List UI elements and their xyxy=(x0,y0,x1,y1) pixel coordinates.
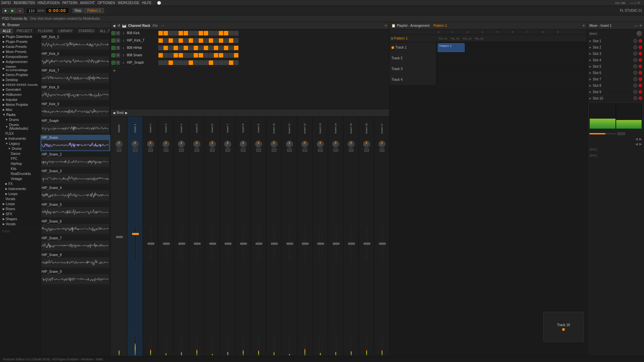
pad-1-1[interactable] xyxy=(163,38,168,43)
mixer-send-5[interactable] xyxy=(195,148,199,152)
pad-2-0[interactable] xyxy=(158,46,163,50)
menu-item-bearbeiten[interactable]: BEARBEITEN xyxy=(14,1,35,5)
pad-1-13[interactable] xyxy=(224,38,228,43)
tree-hiphop[interactable]: HipHop xyxy=(0,161,40,166)
insert-slot-6[interactable]: ▶ Slot 7 xyxy=(587,76,644,82)
insert-nav2-right[interactable]: ▶ xyxy=(639,142,642,146)
mixer-track-9[interactable]: Insert 9 xyxy=(251,117,266,362)
pad-3-1[interactable] xyxy=(163,53,168,58)
mixer-track-3[interactable]: Insert 3 xyxy=(158,117,174,362)
pad-1-9[interactable] xyxy=(204,38,208,43)
mixer-track-14[interactable]: Insert 14 xyxy=(328,117,343,362)
mixer-send-9[interactable] xyxy=(256,148,261,152)
insert-slot-2[interactable]: ▶ Slot 3 xyxy=(587,51,644,57)
mixer-send-15[interactable] xyxy=(349,148,354,152)
pad-1-15[interactable] xyxy=(234,38,238,43)
mixer-knob-10[interactable] xyxy=(271,141,277,147)
mixer-knob-12[interactable] xyxy=(302,141,308,147)
mixer-knob-14[interactable] xyxy=(332,141,339,147)
pad-4-13[interactable] xyxy=(224,60,228,65)
pan-control-2[interactable]: Pa..n1 xyxy=(451,37,460,40)
mixer-track-4[interactable]: Insert 4 xyxy=(174,117,189,362)
insert-minimize[interactable]: — xyxy=(635,24,638,27)
track-label-3[interactable]: Track 3 xyxy=(389,64,436,74)
pad-4-2[interactable] xyxy=(168,60,173,65)
mixer-send-17[interactable] xyxy=(380,148,384,152)
tree-packs[interactable]: ▼ Packs xyxy=(0,112,40,117)
mixer-send-2[interactable] xyxy=(148,148,153,152)
tree-sfx[interactable]: ▶ SFX xyxy=(0,212,40,217)
play-button[interactable]: ▶ xyxy=(9,8,16,13)
tree-aufgenommen[interactable]: ▶ Aufgenommen xyxy=(0,59,40,64)
mixer-track-1[interactable]: Insert 1 xyxy=(127,117,143,362)
tree-meine-projekte[interactable]: ▶ Meine Projekte xyxy=(0,102,40,107)
track-label-4[interactable]: Track 4 xyxy=(389,74,436,85)
ch-solo-1[interactable]: S xyxy=(116,39,120,43)
pad-1-8[interactable] xyxy=(199,38,203,43)
pad-4-12[interactable] xyxy=(219,60,223,65)
file-item-hip-snare-9[interactable]: HIP_Snare_9 xyxy=(40,269,110,286)
menu-item-hinzufuegen[interactable]: HINZUFÜGEN xyxy=(38,1,60,5)
pad-0-14[interactable] xyxy=(229,31,233,36)
pad-1-3[interactable] xyxy=(173,38,178,43)
file-item-hip-kick-6[interactable]: HIP_Kick_6 xyxy=(40,51,110,68)
mixer-send-11[interactable] xyxy=(287,148,292,152)
pad-3-15[interactable] xyxy=(234,53,238,58)
menu-item-optionen[interactable]: OPTIONEN xyxy=(98,1,115,5)
insert-nav2-left[interactable]: ◀ xyxy=(635,142,638,146)
tree-fpc[interactable]: FPC xyxy=(0,156,40,161)
pad-4-7[interactable] xyxy=(194,60,198,65)
insert-slot-0[interactable]: ▶ Slot 1 xyxy=(587,38,644,44)
pad-2-2[interactable] xyxy=(168,46,173,50)
slot-btn-9[interactable] xyxy=(633,96,637,100)
pad-4-14[interactable] xyxy=(229,60,233,65)
tree-kanal-presets[interactable]: ▶ Kanal-Presets xyxy=(0,44,40,49)
fader-handle-1[interactable] xyxy=(132,233,139,235)
pad-1-14[interactable] xyxy=(229,38,233,43)
file-item-hip-snare-6[interactable]: HIP_Snare_6 xyxy=(40,219,110,235)
insert-nav-right[interactable]: ▶ xyxy=(639,137,642,141)
pad-4-6[interactable] xyxy=(189,60,193,65)
mixer-knob-7[interactable] xyxy=(224,141,231,147)
tree-instruments2[interactable]: ▶ Instruments xyxy=(0,186,40,191)
fader-handle-4[interactable] xyxy=(178,243,185,245)
pad-3-6[interactable] xyxy=(189,53,193,58)
pad-3-13[interactable] xyxy=(224,53,228,58)
mixer-knob-3[interactable] xyxy=(163,141,169,147)
track-content-3[interactable] xyxy=(436,64,587,74)
tree-loops-pack[interactable]: ▶ Loops xyxy=(0,191,40,196)
insert-slot-1[interactable]: ▶ Slot 2 xyxy=(587,44,644,51)
pad-1-7[interactable] xyxy=(194,38,198,43)
fader-handle-6[interactable] xyxy=(209,243,216,245)
pad-2-6[interactable] xyxy=(189,46,193,50)
add-channel-button[interactable]: + xyxy=(111,66,389,75)
pad-0-15[interactable] xyxy=(234,31,238,36)
insert-close[interactable]: ✕ xyxy=(639,24,642,27)
slot-btn-3[interactable] xyxy=(633,58,637,62)
fader-handle-16[interactable] xyxy=(364,243,370,245)
slot-btn-4[interactable] xyxy=(633,64,637,68)
fader-handle-15[interactable] xyxy=(348,243,355,245)
file-item-hip-kick-8[interactable]: HIP_Kick_8 xyxy=(40,84,110,101)
pad-0-0[interactable] xyxy=(158,31,163,36)
pad-2-5[interactable] xyxy=(183,46,188,50)
tree-dateien[interactable]: ▶ Dateien im.ischenablage xyxy=(0,64,40,72)
mixer-track-11[interactable]: Insert 11 xyxy=(282,117,297,362)
mixer-track-8[interactable]: Insert 8 xyxy=(235,117,251,362)
pad-3-5[interactable] xyxy=(183,53,188,58)
tree-mixer-presets[interactable]: ▶ Mixer-Presets xyxy=(0,49,40,54)
mixer-track-0[interactable]: Master xyxy=(111,117,127,362)
pad-4-11[interactable] xyxy=(214,60,218,65)
mixer-send-8[interactable] xyxy=(241,148,246,152)
pad-4-3[interactable] xyxy=(173,60,178,65)
channel-rack-refresh[interactable]: ↺ xyxy=(117,24,120,27)
fader-handle-8[interactable] xyxy=(240,243,247,245)
pad-3-0[interactable] xyxy=(158,53,163,58)
pad-0-1[interactable] xyxy=(163,31,168,36)
ch-solo-4[interactable]: S xyxy=(116,61,120,65)
insert-slot-5[interactable]: ▶ Slot 6 xyxy=(587,70,644,76)
tree-plugin-presets[interactable]: ▶ Plugin-Presets xyxy=(0,39,40,44)
tree-realdrumkits[interactable]: RealDrumkits xyxy=(0,171,40,176)
pad-1-2[interactable] xyxy=(168,38,173,43)
pad-1-10[interactable] xyxy=(209,38,213,43)
